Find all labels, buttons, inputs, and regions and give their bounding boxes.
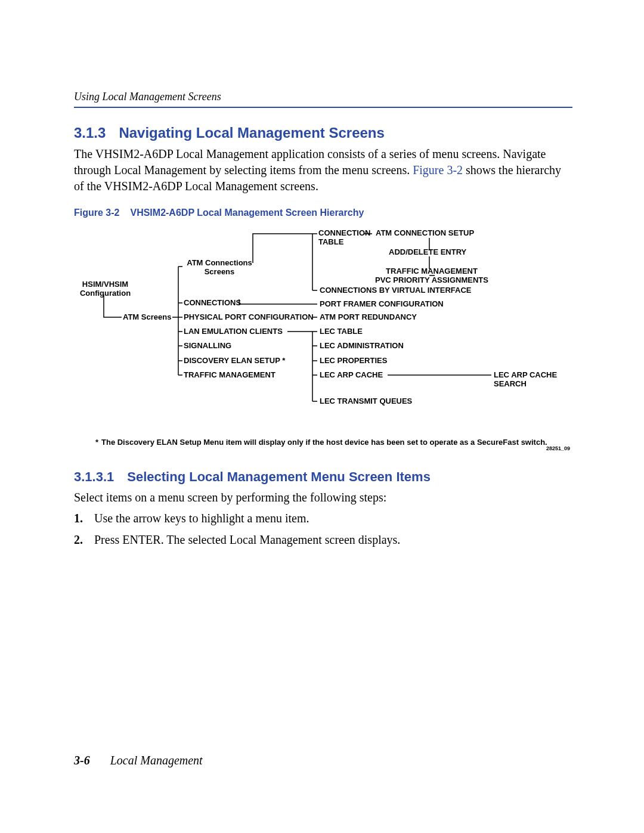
node-conn-table: CONNECTIONTABLE [318,229,370,247]
step-number: 2. [74,531,83,549]
section-number: 3.1.3 [74,125,106,141]
node-lec-tx: LEC TRANSMIT QUEUES [320,397,412,406]
node-conn-by-vi: CONNECTIONS BY VIRTUAL INTERFACE [320,286,471,295]
figure-image-id: 28251_09 [546,445,570,453]
node-lec-admin: LEC ADMINISTRATION [320,342,404,351]
node-traffic-pvc: TRAFFIC MANAGEMENTPVC PRIORITY ASSIGNMEN… [366,267,497,285]
node-root: HSIM/VHSIMConfiguration [74,280,137,298]
section-title: Navigating Local Management Screens [119,125,384,141]
figure-caption: Figure 3-2VHSIM2-A6DP Local Management S… [74,208,572,218]
node-connections: CONNECTIONS [184,299,241,308]
page-number: 3-6 [74,754,90,767]
header-rule [74,107,572,108]
figure-link[interactable]: Figure 3-2 [413,163,463,176]
figure-footnote: * The Discovery ELAN Setup Menu item wil… [74,438,572,448]
step-number: 1. [74,509,83,527]
step-item: 1.Use the arrow keys to highlight a menu… [74,509,572,527]
node-atm-conn-setup: ATM CONNECTION SETUP [376,229,474,238]
page: Using Local Management Screens 3.1.3Navi… [0,0,644,833]
section-paragraph: The VHSIM2-A6DP Local Management applica… [74,146,572,194]
node-lec-arp: LEC ARP CACHE [320,371,383,380]
step-text: Use the arrow keys to highlight a menu i… [94,512,309,525]
node-lan-emu: LAN EMULATION CLIENTS [184,327,283,336]
step-text: Press ENTER. The selected Local Manageme… [94,533,400,546]
figure-title: VHSIM2-A6DP Local Management Screen Hier… [130,208,364,218]
steps-list: 1.Use the arrow keys to highlight a menu… [74,509,572,549]
step-item: 2.Press ENTER. The selected Local Manage… [74,531,572,549]
footnote-text: The Discovery ELAN Setup Menu item will … [101,438,547,447]
figure-number: Figure 3-2 [74,208,119,218]
node-phys-port: PHYSICAL PORT CONFIGURATION [184,313,314,322]
node-lec-arp-search: LEC ARP CACHESEARCH [494,371,557,389]
page-footer: 3-6Local Management [74,754,203,767]
node-signalling: SIGNALLING [184,342,231,351]
node-atm-screens: ATM Screens [123,313,171,322]
node-atm-conn-screens: ATM ConnectionsScreens [184,259,255,277]
running-header: Using Local Management Screens [74,91,572,103]
node-atm-port-red: ATM PORT REDUNDANCY [320,313,417,322]
subsection-intro: Select items on a menu screen by perform… [74,490,572,506]
node-port-framer: PORT FRAMER CONFIGURATION [320,300,444,309]
subsection-number: 3.1.3.1 [74,469,114,484]
section-heading: 3.1.3Navigating Local Management Screens [74,125,572,141]
node-lec-props: LEC PROPERTIES [320,357,387,366]
node-lec-table: LEC TABLE [320,327,363,336]
hierarchy-diagram: HSIM/VHSIMConfiguration ATM Screens ATM … [74,229,572,432]
subsection-heading: 3.1.3.1Selecting Local Management Menu S… [74,469,572,485]
footer-title: Local Management [110,754,203,767]
subsection-title: Selecting Local Management Menu Screen I… [127,469,431,484]
node-discovery: DISCOVERY ELAN SETUP * [184,357,285,366]
node-add-del: ADD/DELETE ENTRY [389,248,466,257]
node-traffic-mgmt: TRAFFIC MANAGEMENT [184,371,275,380]
footnote-star: * [95,438,98,448]
